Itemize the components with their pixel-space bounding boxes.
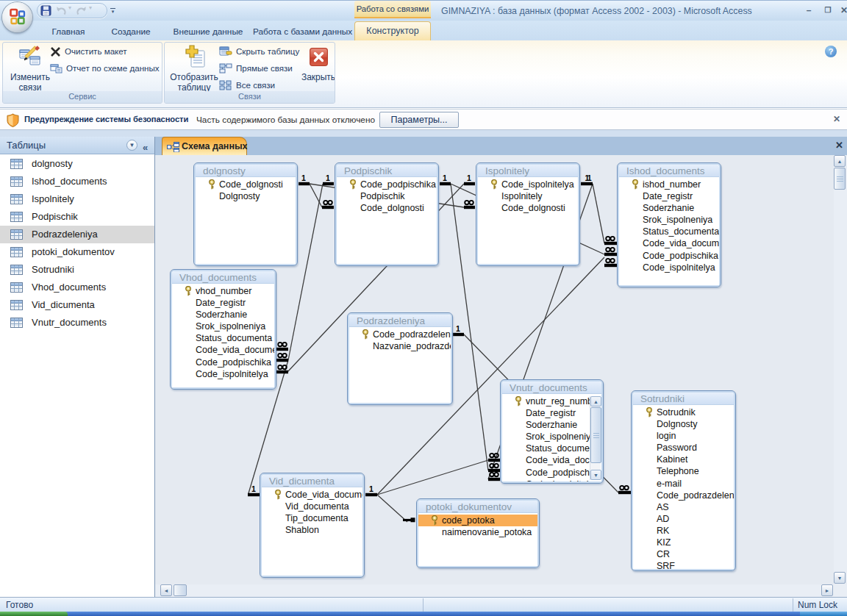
svg-text:1: 1: [301, 173, 306, 182]
svg-text:11: 11: [585, 173, 591, 182]
svg-text:1: 1: [443, 173, 447, 182]
svg-text:1: 1: [467, 173, 471, 182]
svg-text:1: 1: [369, 484, 374, 493]
svg-text:1: 1: [326, 173, 330, 182]
svg-text:1: 1: [251, 484, 256, 493]
svg-text:1: 1: [456, 324, 460, 333]
